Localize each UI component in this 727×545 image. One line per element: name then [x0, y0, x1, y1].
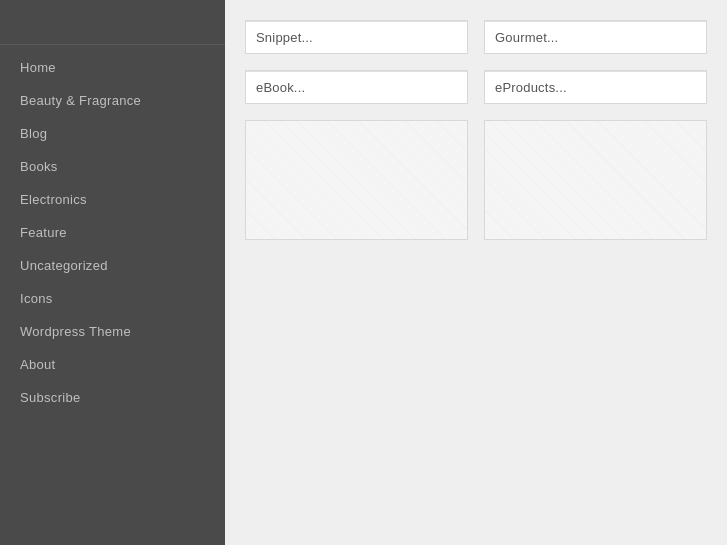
card-image-card5	[246, 121, 467, 240]
card-label-snippet: Snippet...	[246, 22, 467, 53]
card-grid: Snippet...Gourmet...eBook...eProducts...	[245, 20, 707, 240]
card-card5[interactable]	[245, 120, 468, 240]
site-title	[0, 0, 225, 45]
sidebar-item-feature[interactable]: Feature	[0, 216, 225, 249]
sidebar-item-icons[interactable]: Icons	[0, 282, 225, 315]
card-label-ebook: eBook...	[246, 72, 467, 103]
card-snippet[interactable]: Snippet...	[245, 20, 468, 54]
card-ebook[interactable]: eBook...	[245, 70, 468, 104]
sidebar-item-about[interactable]: About	[0, 348, 225, 381]
sidebar-item-electronics[interactable]: Electronics	[0, 183, 225, 216]
sidebar-item-blog[interactable]: Blog	[0, 117, 225, 150]
sidebar-item-beauty-fragrance[interactable]: Beauty & Fragrance	[0, 84, 225, 117]
sidebar-item-subscribe[interactable]: Subscribe	[0, 381, 225, 414]
card-eproducts[interactable]: eProducts...	[484, 70, 707, 104]
card-label-eproducts: eProducts...	[485, 72, 706, 103]
sidebar-item-uncategorized[interactable]: Uncategorized	[0, 249, 225, 282]
sidebar-item-books[interactable]: Books	[0, 150, 225, 183]
sidebar-item-wordpress-theme[interactable]: Wordpress Theme	[0, 315, 225, 348]
sidebar-item-home[interactable]: Home	[0, 51, 225, 84]
card-card6[interactable]	[484, 120, 707, 240]
sidebar-nav: HomeBeauty & FragranceBlogBooksElectroni…	[0, 45, 225, 414]
card-label-gourmet: Gourmet...	[485, 22, 706, 53]
card-gourmet[interactable]: Gourmet...	[484, 20, 707, 54]
sidebar: HomeBeauty & FragranceBlogBooksElectroni…	[0, 0, 225, 545]
card-image-card6	[485, 121, 706, 240]
main-content: Snippet...Gourmet...eBook...eProducts...	[225, 0, 727, 545]
